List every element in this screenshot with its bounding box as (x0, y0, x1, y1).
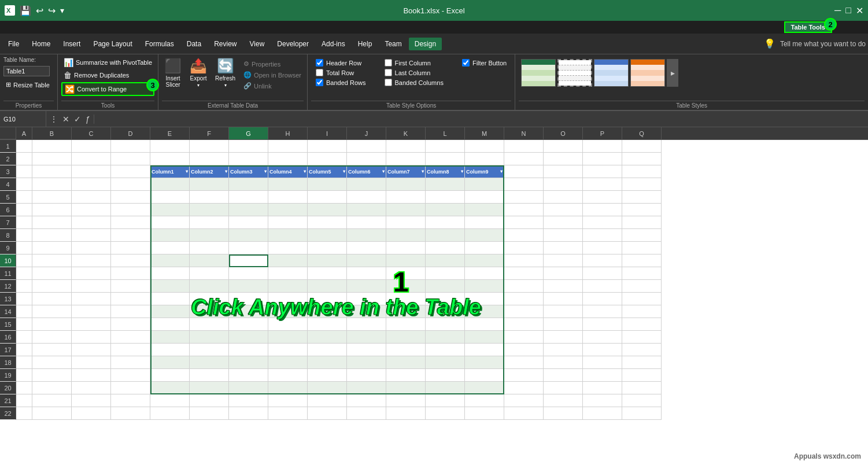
cell-L2[interactable] (426, 153, 465, 165)
cell-O11[interactable] (544, 267, 583, 280)
cell-N3[interactable] (504, 165, 544, 178)
cell-D12[interactable] (111, 280, 150, 293)
cell-O13[interactable] (544, 293, 583, 305)
cell-N12[interactable] (504, 280, 544, 293)
cell-A15[interactable] (16, 318, 32, 331)
summarize-pivot-btn[interactable]: 📊 Summarize with PivotTable (61, 57, 154, 68)
cell-P6[interactable] (583, 204, 622, 216)
col-header-D[interactable]: D (111, 127, 150, 139)
cell-J1[interactable] (347, 140, 386, 153)
cell-L21[interactable] (426, 394, 465, 407)
cell-K5[interactable] (386, 191, 426, 204)
cell-A17[interactable] (16, 344, 32, 356)
cell-O5[interactable] (544, 191, 583, 204)
cell-K11[interactable] (386, 267, 426, 280)
cell-Q11[interactable] (622, 267, 662, 280)
cell-F18[interactable] (190, 356, 229, 369)
cell-O8[interactable] (544, 229, 583, 242)
col-header-N[interactable]: N (504, 127, 544, 139)
properties-btn[interactable]: ⚙ Properties (241, 59, 304, 69)
refresh-btn[interactable]: 🔄 Refresh ▾ (213, 57, 238, 89)
col-header-P[interactable]: P (583, 127, 622, 139)
cell-F4[interactable] (190, 178, 229, 191)
row-header-1[interactable]: 1 (0, 140, 16, 153)
cell-F8[interactable] (190, 229, 229, 242)
cell-I7[interactable] (308, 216, 347, 229)
row-header-12[interactable]: 12 (0, 280, 16, 293)
cell-F1[interactable] (190, 140, 229, 153)
cell-I9[interactable] (308, 242, 347, 254)
cell-E10[interactable] (150, 254, 190, 267)
cell-Q22[interactable] (622, 407, 662, 420)
cell-J22[interactable] (347, 407, 386, 420)
cell-H4[interactable] (268, 178, 308, 191)
cell-I3[interactable]: Column5▾ (308, 165, 347, 178)
filter-btn-input[interactable] (462, 59, 470, 67)
cell-F17[interactable] (190, 344, 229, 356)
cell-N15[interactable] (504, 318, 544, 331)
row-header-6[interactable]: 6 (0, 204, 16, 216)
cell-B19[interactable] (32, 369, 72, 382)
cell-H2[interactable] (268, 153, 308, 165)
cell-C2[interactable] (72, 153, 111, 165)
cell-E5[interactable] (150, 191, 190, 204)
menu-review[interactable]: Review (208, 38, 242, 50)
cell-G5[interactable] (229, 191, 268, 204)
cell-L8[interactable] (426, 229, 465, 242)
cell-P17[interactable] (583, 344, 622, 356)
cell-D18[interactable] (111, 356, 150, 369)
cell-E12[interactable] (150, 280, 190, 293)
cell-D6[interactable] (111, 204, 150, 216)
cell-D16[interactable] (111, 331, 150, 344)
cell-B20[interactable] (32, 382, 72, 394)
cell-F5[interactable] (190, 191, 229, 204)
cell-M15[interactable] (465, 318, 504, 331)
cell-E9[interactable] (150, 242, 190, 254)
formula-input[interactable] (94, 115, 868, 123)
cell-A18[interactable] (16, 356, 32, 369)
cell-D1[interactable] (111, 140, 150, 153)
cell-P15[interactable] (583, 318, 622, 331)
cell-A8[interactable] (16, 229, 32, 242)
cell-L12[interactable] (426, 280, 465, 293)
row-header-3[interactable]: 3 (0, 165, 16, 178)
cell-B21[interactable] (32, 394, 72, 407)
cell-O3[interactable] (544, 165, 583, 178)
menu-design[interactable]: Design (409, 38, 442, 50)
cell-P2[interactable] (583, 153, 622, 165)
menu-developer[interactable]: Developer (271, 38, 315, 50)
menu-formulas[interactable]: Formulas (139, 38, 180, 50)
cell-C7[interactable] (72, 216, 111, 229)
cell-N19[interactable] (504, 369, 544, 382)
cell-F11[interactable] (190, 267, 229, 280)
cell-C19[interactable] (72, 369, 111, 382)
cell-C20[interactable] (72, 382, 111, 394)
cell-N18[interactable] (504, 356, 544, 369)
cancel-formula-icon[interactable]: ✕ (61, 115, 71, 124)
cell-F7[interactable] (190, 216, 229, 229)
cell-J18[interactable] (347, 356, 386, 369)
cell-B14[interactable] (32, 305, 72, 318)
last-col-input[interactable] (385, 69, 392, 76)
cell-N11[interactable] (504, 267, 544, 280)
cell-E8[interactable] (150, 229, 190, 242)
cell-A22[interactable] (16, 407, 32, 420)
menu-team[interactable]: Team (379, 38, 407, 50)
cell-H18[interactable] (268, 356, 308, 369)
cell-A6[interactable] (16, 204, 32, 216)
cell-E19[interactable] (150, 369, 190, 382)
menu-insert[interactable]: Insert (57, 38, 86, 50)
cell-C9[interactable] (72, 242, 111, 254)
cell-J13[interactable] (347, 293, 386, 305)
confirm-formula-icon[interactable]: ✓ (73, 115, 82, 124)
table-name-input[interactable] (3, 66, 50, 76)
cell-O9[interactable] (544, 242, 583, 254)
cell-I21[interactable] (308, 394, 347, 407)
cell-H15[interactable] (268, 318, 308, 331)
cell-N14[interactable] (504, 305, 544, 318)
cell-F15[interactable] (190, 318, 229, 331)
cell-H20[interactable] (268, 382, 308, 394)
cell-O4[interactable] (544, 178, 583, 191)
cell-E18[interactable] (150, 356, 190, 369)
cell-I10[interactable] (308, 254, 347, 267)
